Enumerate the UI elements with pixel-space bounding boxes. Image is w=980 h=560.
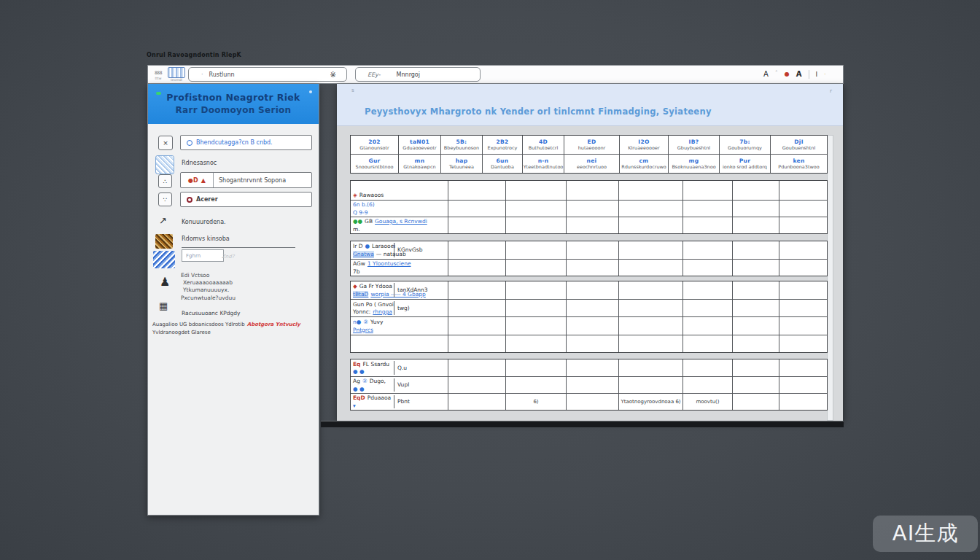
table-row: 6n b.(6)Q 9-9 bbox=[351, 200, 827, 217]
table-cell bbox=[618, 359, 682, 376]
table-cell bbox=[566, 201, 618, 217]
header-code: IB? bbox=[689, 139, 699, 145]
sidebar-header: Profistnon Neagrotr Riek Rarr Doomoyon S… bbox=[148, 84, 319, 124]
grid-module-icon[interactable]: teomdl bbox=[168, 67, 185, 82]
cell-icon: 6n b.(6) bbox=[353, 201, 375, 208]
blue-mosaic-icon-2[interactable] bbox=[153, 251, 175, 268]
table-cell bbox=[566, 394, 618, 410]
table-header-cell: hapTetuuneea bbox=[440, 155, 482, 173]
table-cell bbox=[779, 317, 827, 335]
cell-link[interactable]: Gouaga, s Rcnvwdi bbox=[375, 218, 427, 225]
sidebar-title-line1: Profistnon Neagrotr Riek bbox=[148, 92, 319, 103]
sidebar-label-rdnesasnoc: Rdnesasnoc bbox=[182, 160, 217, 166]
header-code: mg bbox=[689, 158, 699, 164]
filter-input[interactable]: EEy- Mnnrgoj bbox=[355, 67, 481, 82]
row-label-cell: 6n b.(6)Q 9-9 bbox=[351, 201, 448, 217]
cell-text: AGw bbox=[353, 260, 365, 267]
table-cell bbox=[682, 359, 732, 376]
table-row: EqDPduaaoa▾Pbnt6)Ytaotnogyroovdnoaa 6)mo… bbox=[351, 393, 827, 410]
sidebar-footer-text: Auagalioo UG bdoanicsdoos Ydlrotib bbox=[152, 322, 245, 327]
search-input[interactable]: · Rustlunn ※ bbox=[188, 67, 347, 82]
table-row bbox=[351, 335, 827, 352]
sidebar-split-field[interactable]: ●D ▲ Shogantnrvnnt Sopona bbox=[180, 172, 312, 188]
row-label-cell: n●②YuvyPntgrcs bbox=[351, 317, 448, 335]
table-cell bbox=[779, 181, 827, 200]
cell-text: Yonnc: bbox=[353, 308, 370, 315]
record-icon[interactable]: ● bbox=[785, 66, 790, 83]
table-cell bbox=[448, 181, 505, 200]
header-code: nei bbox=[587, 158, 597, 164]
cell-icon: n● bbox=[353, 319, 361, 325]
table-cell bbox=[732, 359, 779, 376]
table-cell bbox=[732, 260, 779, 276]
cell-value: 6) bbox=[533, 399, 538, 405]
table-cell bbox=[566, 241, 618, 259]
cell-text: KGnvGsb bbox=[397, 246, 422, 253]
table-cell bbox=[618, 181, 682, 200]
apps-icon-glyph: 888 bbox=[152, 68, 165, 77]
sidebar-mini-field[interactable]: Fghrn bbox=[182, 249, 224, 262]
cell-link[interactable]: rhngga bbox=[373, 308, 392, 315]
dots-box-icon[interactable]: ∴ bbox=[158, 174, 172, 188]
table-header-cell: kenPdunboona3twoo bbox=[770, 155, 827, 173]
header-code: 7b: bbox=[739, 139, 750, 145]
header-name: Gtanounsotr bbox=[359, 145, 389, 151]
sidebar-acerer-field[interactable]: Acerer bbox=[180, 192, 312, 207]
sidebar-split-field-text: Shogantnrvnnt Sopona bbox=[219, 177, 286, 184]
table-cell: 6) bbox=[505, 394, 566, 410]
cell-link[interactable]: Pntgrcs bbox=[353, 327, 373, 333]
cell-icon: ● bbox=[365, 243, 370, 249]
table-cell bbox=[779, 201, 827, 217]
table-cell bbox=[618, 281, 682, 299]
cell-link[interactable]: 1 Yloontusciene bbox=[368, 260, 411, 267]
cell-text: Pbnt bbox=[397, 398, 410, 405]
blue-mosaic-icon[interactable] bbox=[155, 155, 174, 174]
header-name: ionko srod addtorq bbox=[723, 164, 767, 170]
header-code: ken bbox=[793, 158, 804, 164]
cell-text: Yuvy bbox=[370, 319, 383, 325]
table-cell bbox=[779, 394, 827, 410]
row-label-cell: ◆Ga Fr YdooatBtaDworpia ----- 4 Gbapptan… bbox=[351, 281, 448, 299]
header-code: hap bbox=[456, 158, 468, 164]
toolbar-right-icons: A ˆ ● A I · bbox=[763, 66, 825, 83]
sidebar-label-racus: Racusuuoanc KPdgdy bbox=[182, 310, 241, 316]
table-row: Ag②Dugo,● ●Vupl bbox=[351, 376, 827, 393]
table-cell bbox=[566, 181, 618, 200]
table-header-cell: mnGtnakoawpcn bbox=[398, 155, 440, 173]
table-cell bbox=[505, 377, 566, 393]
scatter-box-icon[interactable]: × bbox=[158, 136, 173, 150]
cell-link[interactable]: Gnatwa bbox=[353, 251, 374, 257]
sidebar-footer-line1: Auagalioo UG bdoanicsdoos YdlrotibAbotgo… bbox=[152, 322, 300, 327]
dots-box-icon-2[interactable]: ∵ bbox=[158, 192, 172, 206]
caret-icon[interactable]: ˆ bbox=[775, 66, 778, 83]
cell-link[interactable]: tBtaD bbox=[353, 291, 368, 298]
sidebar-title-line2: Rarr Doomoyon Serion bbox=[148, 105, 319, 115]
table-cell bbox=[682, 317, 732, 335]
field-badge-pane: ●D ▲ bbox=[181, 173, 214, 187]
row-sub-cell: twg) bbox=[394, 301, 446, 315]
pin-icon[interactable]: I bbox=[816, 66, 818, 83]
table-section: Ir D●LaraooeiGnatwa— natauabKGnvGsbAGw1 … bbox=[350, 241, 828, 276]
apps-icon[interactable]: 888 tttw bbox=[152, 68, 165, 80]
cell-text: Vupl bbox=[397, 381, 409, 388]
table-cell bbox=[779, 359, 827, 376]
orange-mosaic-icon[interactable] bbox=[155, 234, 173, 249]
sidebar-link-field[interactable]: Bhendcutagga?cn B cnbd. bbox=[180, 135, 312, 150]
font-bold-icon[interactable]: A bbox=[796, 66, 802, 83]
cell-icon: ● ● bbox=[353, 386, 364, 392]
table-cell bbox=[505, 201, 566, 217]
row-sub-cell: tanXdAnn3 bbox=[394, 283, 446, 298]
blue-ring-icon bbox=[187, 140, 192, 146]
table-header-cell: I2OKlruaeeoooer bbox=[619, 136, 668, 154]
cell-text: FL Ssardu bbox=[363, 361, 390, 368]
table-cell bbox=[566, 281, 618, 299]
table-cell bbox=[779, 281, 827, 299]
input-action-icon[interactable]: ※ bbox=[330, 71, 336, 79]
arrow-icon[interactable]: ↗ bbox=[159, 215, 167, 226]
row-label-cell: Ag②Dugo,● ●Vupl bbox=[351, 377, 448, 393]
font-large-icon[interactable]: A bbox=[763, 66, 769, 83]
row-label-cell: ◈Rawaoos bbox=[351, 181, 448, 200]
row-label-cell: EqFL Ssardu● ●Q.u bbox=[351, 359, 448, 376]
table-header-cell: cmRdunsskurdocruwo bbox=[619, 155, 668, 173]
table-cell bbox=[682, 281, 732, 299]
